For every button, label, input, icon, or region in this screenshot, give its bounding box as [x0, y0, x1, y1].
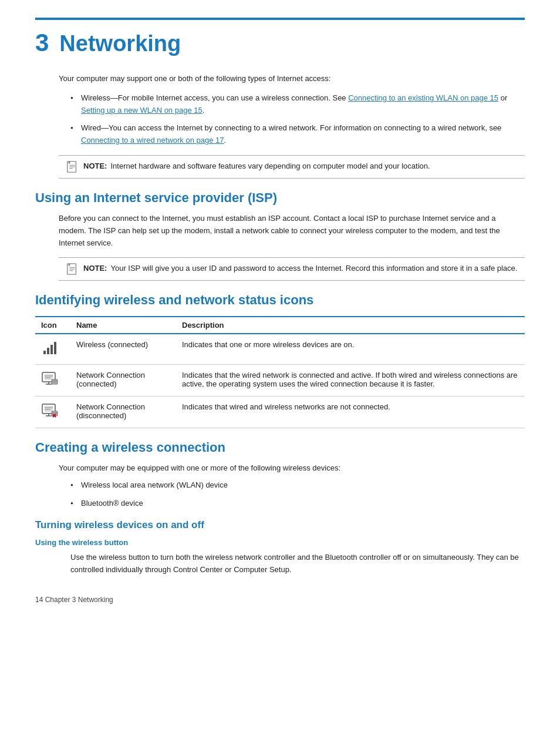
bullet-text-1-before: Wireless—For mobile Internet access, you… — [81, 93, 348, 102]
wireless-bullet-2: Bluetooth® device — [81, 499, 143, 508]
note-1-label: NOTE: — [83, 162, 107, 170]
note-box-2: NOTE:Your ISP will give you a user ID an… — [59, 257, 525, 281]
list-item: Wireless—For mobile Internet access, you… — [70, 92, 525, 117]
chapter-title: Networking — [59, 32, 181, 55]
wireless-bullet-1: Wireless local area network (WLAN) devic… — [81, 480, 228, 489]
isp-section-heading: Using an Internet service provider (ISP) — [35, 190, 525, 206]
wireless-connected-icon — [41, 340, 58, 357]
wireless-body-text: Your computer may be equipped with one o… — [59, 462, 525, 475]
col-header-icon: Icon — [35, 317, 70, 334]
svg-rect-13 — [54, 342, 56, 354]
note-box-1: NOTE:Internet hardware and software feat… — [59, 155, 525, 179]
note-1-content: NOTE:Internet hardware and software feat… — [83, 160, 430, 172]
wireless-section-heading: Creating a wireless connection — [35, 440, 525, 455]
table-row: Wireless (connected) Indicates that one … — [35, 334, 525, 365]
svg-rect-12 — [50, 345, 53, 354]
bullet-text-2-before: Wired—You can access the Internet by con… — [81, 123, 501, 132]
bullet-text-1-after: . — [203, 106, 205, 115]
svg-rect-11 — [47, 348, 49, 354]
wireless-button-body: Use the wireless button to turn both the… — [70, 552, 525, 576]
network-connected-icon — [41, 371, 59, 388]
top-border — [35, 18, 525, 20]
table-header: Icon Name Description — [35, 317, 525, 334]
icons-section-heading: Identifying wireless and network status … — [35, 293, 525, 308]
icon-table: Icon Name Description Wireless (connecte — [35, 316, 525, 428]
link-connecting-wired-network[interactable]: Connecting to a wired network on page 17 — [81, 136, 224, 145]
svg-rect-23 — [45, 406, 53, 412]
link-connecting-existing-wlan[interactable]: Connecting to an existing WLAN on page 1… — [348, 93, 498, 102]
bullet-text-2-after: . — [224, 136, 227, 145]
page: 3 Networking Your computer may support o… — [0, 0, 560, 616]
table-body: Wireless (connected) Indicates that one … — [35, 334, 525, 428]
table-row: Network Connection (disconnected) Indica… — [35, 396, 525, 428]
icon-cell-3 — [35, 396, 70, 428]
footer-text: 14 Chapter 3 Networking — [35, 596, 113, 604]
chapter-number: 3 — [35, 31, 49, 55]
list-item: Bluetooth® device — [70, 498, 525, 510]
desc-cell-1: Indicates that one or more wireless devi… — [176, 334, 525, 365]
svg-rect-15 — [45, 374, 53, 380]
chapter-heading: 3 Networking — [35, 31, 525, 55]
table-row: Network Connection (connected) Indicates… — [35, 365, 525, 396]
turning-wireless-heading: Turning wireless devices on and off — [35, 519, 525, 531]
icon-cell-1 — [35, 334, 70, 365]
link-setting-up-wlan[interactable]: Setting up a new WLAN on page 15 — [81, 106, 203, 115]
list-item: Wired—You can access the Internet by con… — [70, 122, 525, 147]
col-header-description: Description — [176, 317, 525, 334]
note-icon-1 — [66, 160, 79, 173]
bullet-list: Wireless—For mobile Internet access, you… — [70, 92, 525, 147]
svg-rect-10 — [43, 351, 46, 354]
col-header-name: Name — [70, 317, 176, 334]
desc-cell-3: Indicates that wired and wireless networ… — [176, 396, 525, 428]
bullet-text-1-between: or — [498, 93, 507, 102]
table-header-row: Icon Name Description — [35, 317, 525, 334]
intro-text: Your computer may support one or both of… — [59, 73, 525, 85]
desc-cell-2: Indicates that the wired network is conn… — [176, 365, 525, 396]
isp-body-text: Before you can connect to the Internet, … — [59, 213, 525, 249]
name-cell-2: Network Connection (connected) — [70, 365, 176, 396]
list-item: Wireless local area network (WLAN) devic… — [70, 479, 525, 492]
network-disconnected-icon — [41, 402, 59, 420]
note-2-text: Your ISP will give you a user ID and pas… — [110, 264, 517, 273]
wireless-button-heading: Using the wireless button — [35, 538, 525, 547]
note-2-label: NOTE: — [83, 264, 107, 273]
icon-cell-2 — [35, 365, 70, 396]
note-icon-2 — [66, 263, 79, 275]
wireless-bullet-list: Wireless local area network (WLAN) devic… — [70, 479, 525, 510]
note-1-text: Internet hardware and software features … — [110, 162, 430, 170]
note-2-content: NOTE:Your ISP will give you a user ID an… — [83, 263, 517, 274]
svg-rect-6 — [69, 264, 70, 266]
svg-rect-1 — [69, 162, 70, 164]
name-cell-3: Network Connection (disconnected) — [70, 396, 176, 428]
page-footer: 14 Chapter 3 Networking — [35, 596, 113, 604]
name-cell-1: Wireless (connected) — [70, 334, 176, 365]
svg-rect-20 — [52, 379, 58, 384]
